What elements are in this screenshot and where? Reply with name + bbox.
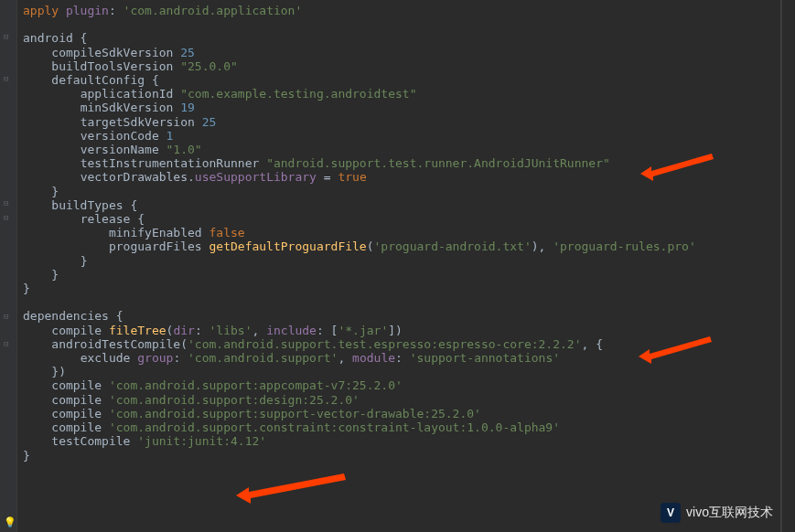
code-line: proguardFiles getDefaultProguardFile('pr… <box>23 239 696 253</box>
code-line: targetSdkVersion 25 <box>23 115 216 129</box>
fold-icon[interactable]: ⊟ <box>4 33 12 41</box>
code-area[interactable]: apply plugin: 'com.android.application' … <box>17 0 781 532</box>
code-line: } <box>23 449 30 463</box>
fold-icon[interactable]: ⊟ <box>4 340 12 348</box>
intention-bulb-icon[interactable]: 💡 <box>4 517 15 528</box>
code-line: }) <box>23 365 66 378</box>
code-line: dependencies { <box>23 309 124 323</box>
code-line: } <box>23 254 87 268</box>
code-line: release { <box>23 212 145 226</box>
code-line: versionName "1.0" <box>23 143 202 156</box>
code-line: compile 'com.android.support:design:25.2… <box>23 393 360 407</box>
code-line: compile 'com.android.support:support-vec… <box>23 407 481 420</box>
watermark-icon: V <box>661 503 681 523</box>
code-line: } <box>23 185 59 198</box>
code-line: buildToolsVersion "25.0.0" <box>23 59 238 73</box>
code-line: } <box>23 268 59 282</box>
code-line: defaultConfig { <box>23 73 159 87</box>
code-line: versionCode 1 <box>23 129 173 143</box>
fold-icon[interactable]: ⊟ <box>4 214 12 222</box>
code-line: minSdkVersion 19 <box>23 101 195 114</box>
code-line: compile 'com.android.support:appcompat-v… <box>23 378 403 392</box>
code-line: testCompile 'junit:junit:4.12' <box>23 434 266 448</box>
watermark: V vivo互联网技术 <box>661 503 773 523</box>
fold-icon[interactable]: ⊟ <box>4 313 12 321</box>
code-line: buildTypes { <box>23 198 137 212</box>
code-line: testInstrumentationRunner "android.suppo… <box>23 156 610 170</box>
code-line: compileSdkVersion 25 <box>23 46 195 59</box>
code-line: android { <box>23 31 87 45</box>
fold-icon[interactable]: ⊟ <box>4 199 12 207</box>
code-line: compile 'com.android.support.constraint:… <box>23 420 560 434</box>
watermark-text: vivo互联网技术 <box>686 505 773 521</box>
code-line: compile fileTree(dir: 'libs', include: [… <box>23 324 403 337</box>
code-line: androidTestCompile('com.android.support.… <box>23 337 603 351</box>
code-line: apply plugin: 'com.android.application' <box>23 4 302 17</box>
code-line: applicationId "com.example.testing.andro… <box>23 87 416 101</box>
code-line: exclude group: 'com.android.support', mo… <box>23 351 560 365</box>
code-line: vectorDrawables.useSupportLibrary = true <box>23 170 367 184</box>
code-line: minifyEnabled false <box>23 226 245 239</box>
right-margin <box>781 0 795 532</box>
gutter: ⊟ ⊟ ⊟ ⊟ ⊟ ⊟ 💡 <box>0 0 17 532</box>
code-line: } <box>23 282 30 295</box>
editor-window: ⊟ ⊟ ⊟ ⊟ ⊟ ⊟ 💡 apply plugin: 'com.android… <box>0 0 795 532</box>
fold-icon[interactable]: ⊟ <box>4 75 12 83</box>
